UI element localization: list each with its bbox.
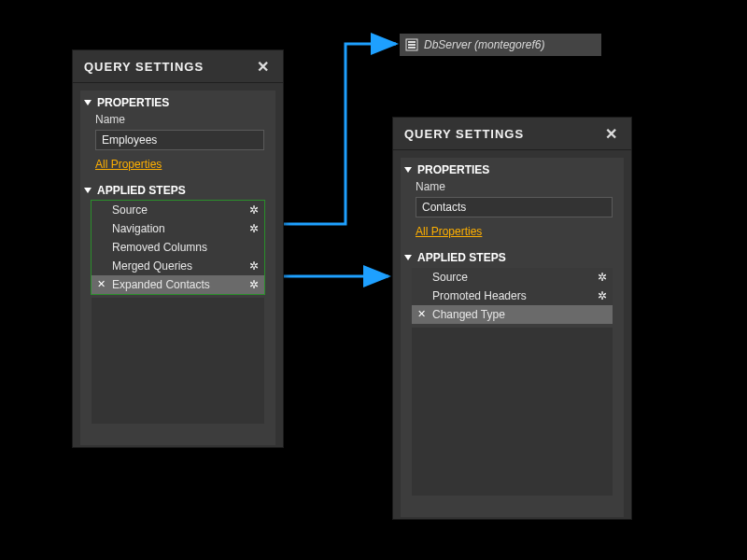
name-field[interactable]: Contacts bbox=[416, 197, 613, 217]
gear-icon[interactable]: ✲ bbox=[598, 289, 607, 302]
close-icon[interactable]: ✕ bbox=[253, 56, 274, 77]
applied-step[interactable]: Merged Queries✲ bbox=[92, 257, 264, 275]
all-properties-link[interactable]: All Properties bbox=[80, 154, 176, 178]
delete-step-icon[interactable]: ✕ bbox=[417, 308, 426, 320]
steps-empty-area bbox=[92, 298, 264, 424]
applied-steps-list: Source✲Promoted Headers✲✕Changed Type bbox=[412, 268, 613, 324]
svg-rect-2 bbox=[408, 41, 416, 43]
step-label: Source bbox=[112, 203, 148, 217]
applied-step[interactable]: Source✲ bbox=[92, 201, 264, 219]
step-label: Merged Queries bbox=[112, 259, 192, 273]
properties-section-header[interactable]: PROPERTIES bbox=[80, 91, 275, 111]
gear-icon[interactable]: ✲ bbox=[249, 203, 259, 217]
applied-step[interactable]: Navigation✲ bbox=[92, 219, 264, 238]
query-settings-panel-right: QUERY SETTINGS ✕ PROPERTIES Name Contact… bbox=[392, 117, 632, 520]
properties-section-header[interactable]: PROPERTIES bbox=[401, 158, 624, 178]
name-field[interactable]: Employees bbox=[95, 130, 264, 150]
chevron-down-icon bbox=[84, 100, 92, 105]
applied-step[interactable]: Removed Columns bbox=[92, 238, 264, 257]
step-label: Source bbox=[432, 271, 468, 284]
steps-empty-area bbox=[412, 328, 613, 496]
chevron-down-icon bbox=[404, 255, 412, 260]
name-label: Name bbox=[401, 178, 624, 195]
applied-steps-section-header[interactable]: APPLIED STEPS bbox=[80, 178, 275, 199]
chevron-down-icon bbox=[404, 167, 412, 173]
db-node-label: DbServer (montegoref6) bbox=[424, 38, 544, 51]
applied-step[interactable]: Promoted Headers✲ bbox=[412, 287, 613, 305]
database-icon bbox=[405, 38, 418, 51]
all-properties-link[interactable]: All Properties bbox=[401, 221, 497, 245]
delete-step-icon[interactable]: ✕ bbox=[97, 278, 106, 290]
applied-step[interactable]: ✕Expanded Contacts✲ bbox=[92, 275, 264, 294]
applied-step[interactable]: Source✲ bbox=[412, 268, 613, 287]
panel-header: QUERY SETTINGS ✕ bbox=[73, 50, 283, 83]
panel-title: QUERY SETTINGS bbox=[84, 60, 204, 74]
step-label: Changed Type bbox=[432, 308, 505, 321]
query-settings-panel-left: QUERY SETTINGS ✕ PROPERTIES Name Employe… bbox=[72, 49, 284, 448]
applied-step[interactable]: ✕Changed Type bbox=[412, 305, 613, 324]
panel-title: QUERY SETTINGS bbox=[404, 127, 524, 141]
db-node[interactable]: DbServer (montegoref6) bbox=[400, 34, 601, 56]
chevron-down-icon bbox=[84, 188, 92, 193]
gear-icon[interactable]: ✲ bbox=[249, 259, 259, 273]
step-label: Promoted Headers bbox=[432, 289, 527, 302]
step-label: Expanded Contacts bbox=[112, 278, 210, 291]
gear-icon[interactable]: ✲ bbox=[249, 222, 259, 235]
applied-steps-list: Source✲Navigation✲Removed Columns Merged… bbox=[92, 201, 264, 294]
svg-rect-3 bbox=[408, 44, 416, 46]
panel-header: QUERY SETTINGS ✕ bbox=[393, 118, 631, 150]
close-icon[interactable]: ✕ bbox=[601, 123, 622, 145]
applied-steps-section-header[interactable]: APPLIED STEPS bbox=[401, 245, 624, 266]
step-label: Navigation bbox=[112, 222, 165, 235]
svg-rect-4 bbox=[408, 47, 416, 49]
step-label: Removed Columns bbox=[112, 241, 207, 254]
gear-icon[interactable]: ✲ bbox=[249, 278, 259, 291]
gear-icon[interactable]: ✲ bbox=[598, 271, 607, 284]
name-label: Name bbox=[80, 111, 275, 128]
